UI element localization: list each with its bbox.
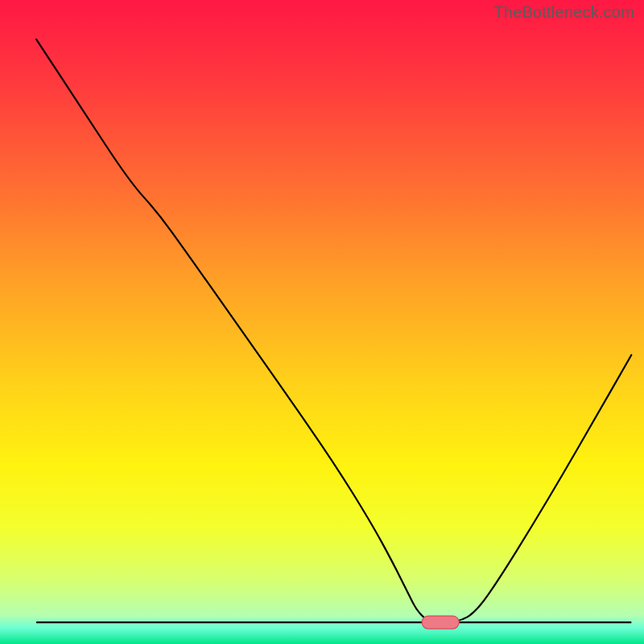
chart-container: TheBottleneck.com	[0, 0, 644, 644]
optimum-marker	[422, 616, 459, 629]
bottleneck-chart	[0, 0, 644, 644]
watermark-text: TheBottleneck.com	[493, 3, 634, 22]
gradient-background	[0, 0, 644, 644]
